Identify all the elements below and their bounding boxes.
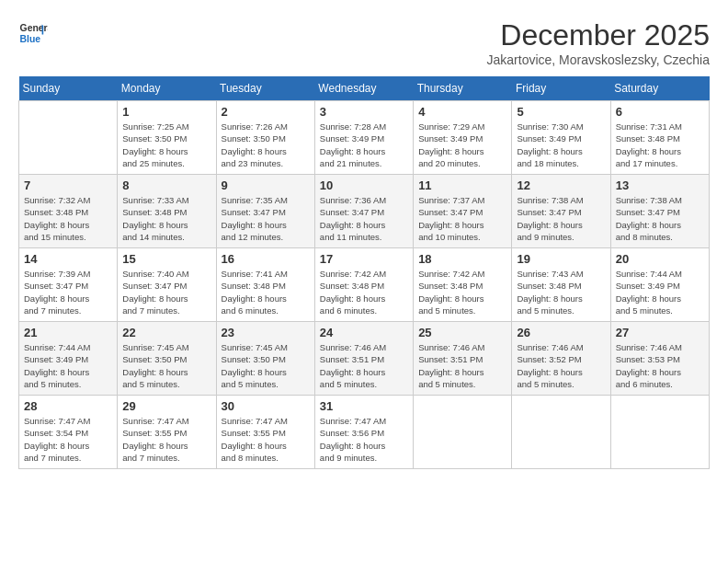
- day-info: Sunrise: 7:44 AMSunset: 3:49 PMDaylight:…: [24, 341, 112, 390]
- day-info: Sunrise: 7:44 AMSunset: 3:49 PMDaylight:…: [616, 268, 704, 316]
- calendar-cell: 28Sunrise: 7:47 AMSunset: 3:54 PMDayligh…: [19, 396, 118, 469]
- calendar-cell: 1Sunrise: 7:25 AMSunset: 3:50 PMDaylight…: [118, 101, 216, 175]
- day-info: Sunrise: 7:45 AMSunset: 3:50 PMDaylight:…: [222, 341, 310, 390]
- calendar-cell: 21Sunrise: 7:44 AMSunset: 3:49 PMDayligh…: [19, 322, 118, 396]
- calendar-week-row: 21Sunrise: 7:44 AMSunset: 3:49 PMDayligh…: [19, 322, 710, 396]
- day-number: 26: [517, 326, 605, 339]
- day-number: 11: [418, 178, 506, 192]
- day-number: 17: [320, 252, 408, 266]
- calendar-cell: 20Sunrise: 7:44 AMSunset: 3:49 PMDayligh…: [610, 248, 709, 322]
- day-info: Sunrise: 7:42 AMSunset: 3:48 PMDaylight:…: [418, 268, 506, 316]
- day-number: 27: [616, 326, 704, 339]
- day-number: 20: [616, 252, 704, 266]
- day-info: Sunrise: 7:46 AMSunset: 3:52 PMDaylight:…: [517, 341, 605, 390]
- day-info: Sunrise: 7:28 AMSunset: 3:49 PMDaylight:…: [320, 121, 408, 169]
- day-number: 7: [24, 178, 112, 192]
- calendar-cell: 22Sunrise: 7:45 AMSunset: 3:50 PMDayligh…: [118, 322, 216, 396]
- day-info: Sunrise: 7:47 AMSunset: 3:56 PMDaylight:…: [320, 415, 408, 464]
- calendar-week-row: 14Sunrise: 7:39 AMSunset: 3:47 PMDayligh…: [19, 248, 710, 322]
- calendar-cell: [512, 396, 610, 469]
- day-info: Sunrise: 7:46 AMSunset: 3:51 PMDaylight:…: [418, 341, 506, 390]
- page-header: General Blue December 2025 Jakartovice, …: [18, 18, 710, 67]
- day-info: Sunrise: 7:37 AMSunset: 3:47 PMDaylight:…: [418, 194, 506, 243]
- svg-text:General: General: [20, 23, 48, 33]
- day-number: 10: [320, 178, 408, 192]
- calendar-day-header: Thursday: [414, 76, 512, 101]
- day-number: 16: [222, 252, 310, 266]
- day-info: Sunrise: 7:40 AMSunset: 3:47 PMDaylight:…: [122, 268, 210, 316]
- day-info: Sunrise: 7:29 AMSunset: 3:49 PMDaylight:…: [418, 121, 506, 169]
- day-number: 21: [24, 326, 112, 339]
- day-info: Sunrise: 7:33 AMSunset: 3:48 PMDaylight:…: [122, 194, 210, 243]
- day-number: 18: [418, 252, 506, 266]
- calendar-cell: 8Sunrise: 7:33 AMSunset: 3:48 PMDaylight…: [118, 175, 216, 248]
- calendar-cell: 29Sunrise: 7:47 AMSunset: 3:55 PMDayligh…: [118, 396, 216, 469]
- calendar-week-row: 7Sunrise: 7:32 AMSunset: 3:48 PMDaylight…: [19, 175, 710, 248]
- calendar-week-row: 1Sunrise: 7:25 AMSunset: 3:50 PMDaylight…: [19, 101, 710, 175]
- day-number: 28: [24, 399, 112, 413]
- calendar-cell: 27Sunrise: 7:46 AMSunset: 3:53 PMDayligh…: [610, 322, 709, 396]
- day-info: Sunrise: 7:32 AMSunset: 3:48 PMDaylight:…: [24, 194, 112, 243]
- day-number: 24: [320, 326, 408, 339]
- day-info: Sunrise: 7:45 AMSunset: 3:50 PMDaylight:…: [122, 341, 210, 390]
- calendar-cell: 3Sunrise: 7:28 AMSunset: 3:49 PMDaylight…: [314, 101, 413, 175]
- day-number: 12: [517, 178, 605, 192]
- calendar-cell: 16Sunrise: 7:41 AMSunset: 3:48 PMDayligh…: [216, 248, 314, 322]
- day-number: 22: [122, 326, 210, 339]
- calendar-cell: 18Sunrise: 7:42 AMSunset: 3:48 PMDayligh…: [414, 248, 512, 322]
- day-number: 31: [320, 399, 408, 413]
- month-title: December 2025: [487, 18, 710, 52]
- day-info: Sunrise: 7:47 AMSunset: 3:55 PMDaylight:…: [222, 415, 310, 464]
- calendar-cell: [414, 396, 512, 469]
- calendar-cell: 9Sunrise: 7:35 AMSunset: 3:47 PMDaylight…: [216, 175, 314, 248]
- day-number: 13: [616, 178, 704, 192]
- day-number: 9: [222, 178, 310, 192]
- calendar-table: SundayMondayTuesdayWednesdayThursdayFrid…: [18, 76, 710, 469]
- calendar-cell: 10Sunrise: 7:36 AMSunset: 3:47 PMDayligh…: [314, 175, 413, 248]
- day-info: Sunrise: 7:31 AMSunset: 3:48 PMDaylight:…: [616, 121, 704, 169]
- day-info: Sunrise: 7:35 AMSunset: 3:47 PMDaylight:…: [222, 194, 310, 243]
- calendar-day-header: Wednesday: [314, 76, 413, 101]
- calendar-day-header: Friday: [512, 76, 610, 101]
- calendar-cell: 19Sunrise: 7:43 AMSunset: 3:48 PMDayligh…: [512, 248, 610, 322]
- day-info: Sunrise: 7:30 AMSunset: 3:49 PMDaylight:…: [517, 121, 605, 169]
- day-info: Sunrise: 7:47 AMSunset: 3:55 PMDaylight:…: [122, 415, 210, 464]
- day-info: Sunrise: 7:39 AMSunset: 3:47 PMDaylight:…: [24, 268, 112, 316]
- calendar-cell: 5Sunrise: 7:30 AMSunset: 3:49 PMDaylight…: [512, 101, 610, 175]
- location-subtitle: Jakartovice, Moravskoslezsky, Czechia: [487, 52, 710, 67]
- calendar-day-header: Tuesday: [216, 76, 314, 101]
- day-info: Sunrise: 7:46 AMSunset: 3:51 PMDaylight:…: [320, 341, 408, 390]
- svg-text:Blue: Blue: [20, 34, 41, 44]
- day-number: 4: [418, 105, 506, 119]
- calendar-day-header: Monday: [118, 76, 216, 101]
- calendar-cell: 24Sunrise: 7:46 AMSunset: 3:51 PMDayligh…: [314, 322, 413, 396]
- day-number: 8: [122, 178, 210, 192]
- day-info: Sunrise: 7:26 AMSunset: 3:50 PMDaylight:…: [222, 121, 310, 169]
- calendar-cell: [610, 396, 709, 469]
- calendar-cell: 30Sunrise: 7:47 AMSunset: 3:55 PMDayligh…: [216, 396, 314, 469]
- day-info: Sunrise: 7:36 AMSunset: 3:47 PMDaylight:…: [320, 194, 408, 243]
- day-number: 19: [517, 252, 605, 266]
- calendar-header-row: SundayMondayTuesdayWednesdayThursdayFrid…: [19, 76, 710, 101]
- day-info: Sunrise: 7:38 AMSunset: 3:47 PMDaylight:…: [517, 194, 605, 243]
- day-number: 2: [222, 105, 310, 119]
- day-info: Sunrise: 7:42 AMSunset: 3:48 PMDaylight:…: [320, 268, 408, 316]
- calendar-day-header: Saturday: [610, 76, 709, 101]
- calendar-cell: 6Sunrise: 7:31 AMSunset: 3:48 PMDaylight…: [610, 101, 709, 175]
- calendar-cell: 12Sunrise: 7:38 AMSunset: 3:47 PMDayligh…: [512, 175, 610, 248]
- calendar-cell: 15Sunrise: 7:40 AMSunset: 3:47 PMDayligh…: [118, 248, 216, 322]
- day-number: 1: [122, 105, 210, 119]
- calendar-cell: 2Sunrise: 7:26 AMSunset: 3:50 PMDaylight…: [216, 101, 314, 175]
- calendar-cell: 11Sunrise: 7:37 AMSunset: 3:47 PMDayligh…: [414, 175, 512, 248]
- calendar-cell: 25Sunrise: 7:46 AMSunset: 3:51 PMDayligh…: [414, 322, 512, 396]
- calendar-cell: 14Sunrise: 7:39 AMSunset: 3:47 PMDayligh…: [19, 248, 118, 322]
- logo-icon: General Blue: [18, 18, 48, 48]
- day-number: 6: [616, 105, 704, 119]
- calendar-cell: 23Sunrise: 7:45 AMSunset: 3:50 PMDayligh…: [216, 322, 314, 396]
- logo: General Blue: [18, 18, 48, 48]
- calendar-day-header: Sunday: [19, 76, 118, 101]
- day-number: 30: [222, 399, 310, 413]
- day-number: 15: [122, 252, 210, 266]
- calendar-cell: 4Sunrise: 7:29 AMSunset: 3:49 PMDaylight…: [414, 101, 512, 175]
- day-info: Sunrise: 7:47 AMSunset: 3:54 PMDaylight:…: [24, 415, 112, 464]
